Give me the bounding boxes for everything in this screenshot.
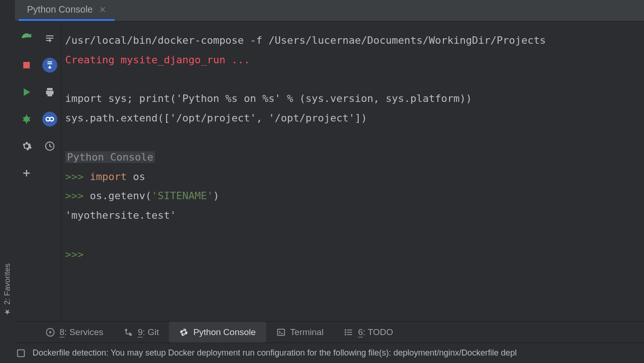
svg-point-31: [345, 332, 346, 333]
code: os.getenv(: [90, 190, 151, 202]
print-icon[interactable]: [42, 85, 57, 100]
svg-rect-33: [18, 350, 25, 356]
tab-label: Python Console: [193, 327, 255, 337]
star-icon: ★: [3, 308, 12, 316]
debug-icon[interactable]: [19, 112, 34, 127]
tab-label: : Git: [143, 327, 159, 337]
tab-terminal[interactable]: Terminal: [266, 322, 334, 343]
console-toolbar-primary: [15, 21, 38, 321]
panel-tab-bar: Python Console ✕: [15, 0, 644, 21]
svg-rect-15: [47, 88, 53, 90]
console-toolbar-secondary: [38, 21, 61, 321]
rerun-icon[interactable]: [19, 31, 34, 46]
svg-line-4: [23, 117, 24, 118]
svg-rect-25: [277, 329, 284, 335]
bottom-tabs: 8: Services 9: Git Python Console Termin…: [15, 321, 644, 343]
tab-label: : TODO: [363, 327, 393, 337]
left-gutter: ★ 2: Favorites: [0, 0, 15, 363]
close-icon[interactable]: ✕: [99, 5, 106, 15]
svg-rect-17: [47, 94, 52, 96]
console-line: sys.path.extend(['/opt/project', '/opt/p…: [65, 112, 367, 124]
play-circle-icon: [46, 328, 55, 337]
keyword: import: [90, 171, 127, 182]
python-icon: [179, 328, 188, 337]
scroll-to-end-icon[interactable]: [42, 58, 57, 73]
tab-git[interactable]: 9: Git: [114, 322, 169, 343]
prompt: >>>: [65, 171, 90, 182]
svg-line-5: [29, 117, 30, 118]
svg-marker-22: [49, 330, 52, 334]
svg-line-6: [23, 120, 24, 121]
tab-key: 8: [60, 327, 65, 337]
svg-line-7: [29, 120, 30, 121]
output: 'myothersite.test': [65, 209, 176, 221]
tab-services[interactable]: 8: Services: [35, 322, 114, 343]
list-icon: [344, 328, 353, 337]
string: 'SITENAME': [151, 190, 213, 202]
tab-todo[interactable]: 6: TODO: [334, 322, 403, 343]
status-bar: Dockerfile detection: You may setup Dock…: [15, 343, 644, 363]
tab-key: 6: [358, 327, 363, 337]
history-icon[interactable]: [42, 139, 57, 154]
svg-point-30: [345, 329, 346, 330]
prompt: >>>: [65, 190, 90, 202]
console-line: /usr/local/bin/docker-compose -f /Users/…: [65, 34, 546, 46]
tab-python-console[interactable]: Python Console ✕: [19, 0, 114, 21]
tab-label: Terminal: [290, 327, 324, 337]
console-line: Creating mysite_django_run ...: [65, 54, 250, 66]
console-header: Python Console: [65, 151, 155, 163]
stop-icon[interactable]: [19, 58, 34, 73]
svg-point-2: [24, 116, 29, 122]
status-text: Dockerfile detection: You may setup Dock…: [33, 348, 517, 358]
notification-icon[interactable]: [16, 348, 26, 358]
svg-marker-1: [24, 88, 30, 96]
console-output[interactable]: /usr/local/bin/docker-compose -f /Users/…: [61, 21, 644, 321]
svg-rect-0: [23, 62, 30, 68]
settings-icon[interactable]: [19, 139, 34, 154]
add-icon[interactable]: [19, 166, 34, 181]
branch-icon: [124, 328, 133, 337]
svg-point-19: [50, 117, 54, 121]
prompt: >>>: [65, 249, 90, 260]
code: ): [213, 190, 219, 202]
svg-point-32: [345, 334, 346, 335]
code: os: [127, 171, 145, 182]
tab-title: Python Console: [27, 4, 93, 15]
favorites-label: 2: Favorites: [3, 263, 12, 305]
favorites-tab[interactable]: ★ 2: Favorites: [3, 263, 12, 316]
terminal-icon: [276, 328, 286, 337]
soft-wrap-icon[interactable]: [42, 31, 57, 46]
show-variables-icon[interactable]: [42, 112, 57, 127]
run-icon[interactable]: [19, 85, 34, 100]
tab-python-console-bottom[interactable]: Python Console: [169, 322, 266, 343]
tab-label: : Services: [65, 327, 103, 337]
tab-key: 9: [138, 327, 143, 337]
svg-point-23: [125, 329, 127, 330]
console-line: import sys; print('Python %s on %s' % (s…: [65, 93, 472, 104]
